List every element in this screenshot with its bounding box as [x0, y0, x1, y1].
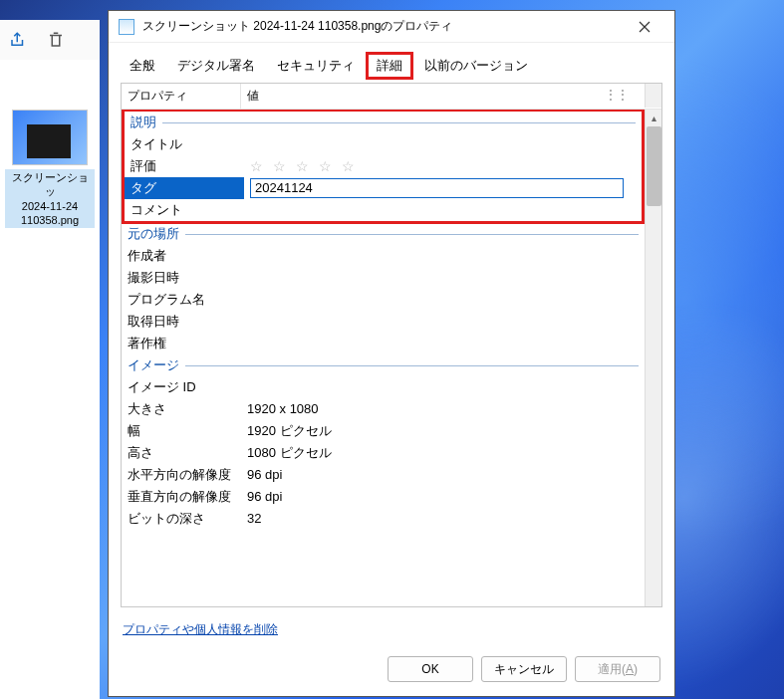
- header-value[interactable]: 値 ⋮⋮: [241, 84, 645, 109]
- row-width[interactable]: 幅1920 ピクセル: [122, 420, 645, 442]
- row-image-id[interactable]: イメージ ID: [122, 376, 645, 398]
- delete-icon[interactable]: [46, 30, 66, 50]
- section-origin: 元の場所: [122, 223, 645, 245]
- tab-security[interactable]: セキュリティ: [266, 52, 366, 80]
- tag-input[interactable]: [250, 178, 624, 198]
- vertical-scrollbar[interactable]: ▴: [645, 110, 661, 606]
- row-rating[interactable]: 評価 ☆ ☆ ☆ ☆ ☆: [125, 155, 642, 177]
- row-bitdepth[interactable]: ビットの深さ32: [122, 508, 645, 530]
- dialog-title: スクリーンショット 2024-11-24 110358.pngのプロパティ: [142, 18, 625, 35]
- row-date-taken[interactable]: 撮影日時: [122, 267, 645, 289]
- apply-button[interactable]: 適用(A): [575, 656, 660, 682]
- column-grip-icon[interactable]: ⋮⋮: [605, 88, 629, 102]
- tab-previous-versions[interactable]: 以前のバージョン: [413, 52, 539, 80]
- tab-general[interactable]: 全般: [119, 52, 166, 80]
- file-name-label: スクリーンショッ 2024-11-24 110358.png: [5, 169, 95, 228]
- ok-button[interactable]: OK: [388, 656, 473, 682]
- file-thumbnail[interactable]: スクリーンショッ 2024-11-24 110358.png: [5, 110, 95, 228]
- tabs: 全般 デジタル署名 セキュリティ 詳細 以前のバージョン: [109, 43, 674, 79]
- row-tag[interactable]: タグ: [125, 177, 642, 199]
- section-description: 説明: [125, 112, 642, 133]
- highlight-description-section: 説明 タイトル 評価 ☆ ☆ ☆ ☆ ☆ タグ コメント: [122, 110, 645, 224]
- grid-header: プロパティ 値 ⋮⋮: [122, 84, 661, 110]
- close-button[interactable]: [625, 13, 664, 41]
- row-copyright[interactable]: 著作権: [122, 333, 645, 354]
- row-author[interactable]: 作成者: [122, 245, 645, 267]
- row-title[interactable]: タイトル: [125, 133, 642, 155]
- scrollbar-header-gap: [645, 84, 661, 108]
- row-comment[interactable]: コメント: [125, 199, 642, 221]
- rating-stars[interactable]: ☆ ☆ ☆ ☆ ☆: [244, 155, 642, 177]
- row-hres[interactable]: 水平方向の解像度96 dpi: [122, 464, 645, 486]
- tab-details[interactable]: 詳細: [366, 52, 413, 80]
- cancel-button[interactable]: キャンセル: [481, 656, 567, 682]
- titlebar[interactable]: スクリーンショット 2024-11-24 110358.pngのプロパティ: [109, 11, 674, 43]
- scroll-thumb[interactable]: [647, 126, 661, 206]
- thumbnail-image: [12, 110, 88, 165]
- share-icon[interactable]: [8, 30, 28, 50]
- header-property[interactable]: プロパティ: [122, 84, 241, 109]
- properties-dialog: スクリーンショット 2024-11-24 110358.pngのプロパティ 全般…: [108, 10, 675, 697]
- row-acquired[interactable]: 取得日時: [122, 311, 645, 333]
- details-pane: プロパティ 値 ⋮⋮ 説明 タイトル 評価 ☆ ☆ ☆ ☆ ☆: [121, 83, 662, 607]
- remove-properties-link[interactable]: プロパティや個人情報を削除: [123, 622, 278, 636]
- scroll-up-icon[interactable]: ▴: [646, 110, 662, 125]
- row-program[interactable]: プログラム名: [122, 289, 645, 311]
- row-dimensions[interactable]: 大きさ1920 x 1080: [122, 398, 645, 420]
- row-vres[interactable]: 垂直方向の解像度96 dpi: [122, 486, 645, 508]
- tab-digital-signature[interactable]: デジタル署名: [166, 52, 266, 80]
- file-type-icon: [119, 19, 134, 35]
- row-height[interactable]: 高さ1080 ピクセル: [122, 442, 645, 464]
- section-image: イメージ: [122, 354, 645, 376]
